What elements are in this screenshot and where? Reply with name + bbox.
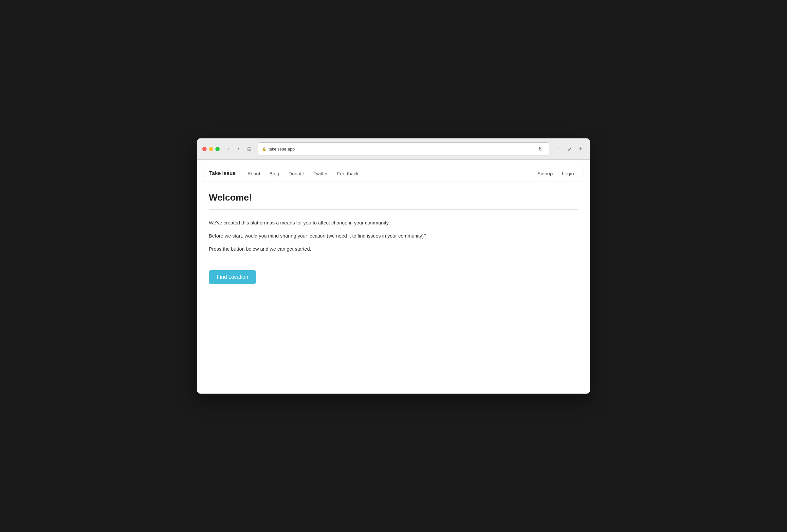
top-divider: [209, 209, 578, 210]
close-button[interactable]: [202, 147, 207, 151]
nav-right: Signup Login: [534, 169, 578, 178]
minimize-button[interactable]: [209, 147, 213, 151]
maximize-button[interactable]: [215, 147, 220, 151]
new-tab-button[interactable]: +: [577, 145, 585, 153]
nav-link-blog[interactable]: Blog: [265, 169, 283, 178]
nav-link-login[interactable]: Login: [558, 169, 578, 178]
nav-link-twitter[interactable]: Twitter: [310, 169, 332, 178]
fullscreen-button[interactable]: ⤢: [565, 144, 574, 153]
browser-window: ‹ › ⊟ 🔒 takeissue.app ↻ ↑ ⤢ + Take Issue…: [197, 138, 590, 394]
browser-actions: ↑ ⤢ +: [553, 144, 585, 153]
share-button[interactable]: ↑: [553, 144, 562, 153]
main-content: Welcome! We've created this platform as …: [197, 182, 590, 394]
traffic-lights: [202, 147, 220, 151]
paragraph-2: Before we start, would you mind sharing …: [209, 232, 578, 240]
nav-link-feedback[interactable]: Feedback: [333, 169, 362, 178]
paragraph-1: We've created this platform as a means f…: [209, 219, 578, 227]
browser-content: Take Issue About Blog Donate Twitter Fee…: [197, 160, 590, 394]
find-location-button[interactable]: Find Location: [209, 270, 256, 284]
back-button[interactable]: ‹: [224, 144, 233, 153]
nav-links: About Blog Donate Twitter Feedback: [243, 169, 534, 178]
browser-nav: ‹ › ⊟: [224, 144, 254, 153]
url-text: takeissue.app: [269, 147, 295, 152]
nav-brand[interactable]: Take Issue: [209, 171, 236, 176]
browser-chrome: ‹ › ⊟ 🔒 takeissue.app ↻ ↑ ⤢ +: [197, 138, 590, 160]
forward-button[interactable]: ›: [234, 144, 243, 153]
address-bar[interactable]: 🔒 takeissue.app ↻: [258, 142, 549, 155]
reload-button[interactable]: ↻: [536, 144, 545, 153]
sidebar-toggle-button[interactable]: ⊟: [244, 144, 254, 153]
page-title: Welcome!: [209, 192, 578, 203]
nav-link-donate[interactable]: Donate: [284, 169, 308, 178]
paragraph-3: Press the button below and we can get st…: [209, 245, 578, 253]
nav-link-about[interactable]: About: [243, 169, 264, 178]
lock-icon: 🔒: [262, 147, 267, 151]
nav-link-signup[interactable]: Signup: [534, 169, 557, 178]
site-nav: Take Issue About Blog Donate Twitter Fee…: [204, 165, 583, 182]
